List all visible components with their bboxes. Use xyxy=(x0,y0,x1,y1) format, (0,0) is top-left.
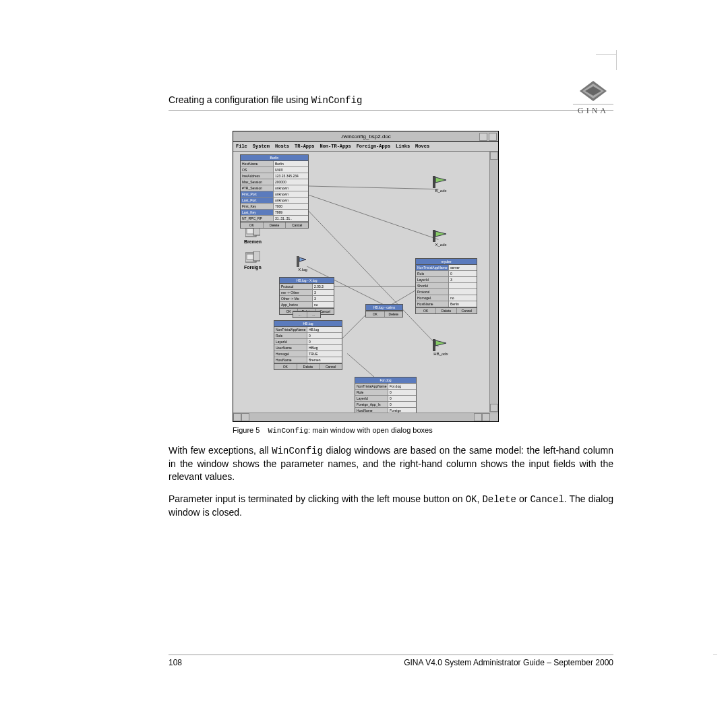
menu-file[interactable]: File xyxy=(236,144,247,149)
logo-text: GINA xyxy=(573,104,613,116)
ok-button[interactable]: OK xyxy=(274,364,297,369)
svg-line-5 xyxy=(301,193,438,240)
svg-marker-23 xyxy=(435,231,446,237)
menu-non-tr-apps[interactable]: Non-TR-Apps xyxy=(320,144,351,149)
panel-title: For.dog xyxy=(355,377,416,384)
page-footer: 108 GINA V4.0 System Administrator Guide… xyxy=(169,655,613,667)
panel-mydee[interactable]: mydee NonTrivialAppNameserver Role0 Laye… xyxy=(415,258,477,314)
footer-right: GINA V4.0 System Administrator Guide – S… xyxy=(404,658,613,667)
paragraph-1: With few exceptions, all WinConfig dialo… xyxy=(169,444,613,483)
host-label-bremen: Bremen xyxy=(244,239,262,244)
svg-marker-21 xyxy=(435,177,446,183)
svg-rect-17 xyxy=(253,251,260,261)
host-icon-foreign[interactable]: Foreign xyxy=(244,251,262,270)
menu-tr-apps[interactable]: TR-Apps xyxy=(295,144,314,149)
figure-caption: Figure 5 WinConfig: main window with ope… xyxy=(233,426,499,435)
menu-foreign-apps[interactable]: Foreign-Apps xyxy=(357,144,390,149)
panel-hblog[interactable]: HB.log NonTrivialAppNameHB.log Role0 Lay… xyxy=(274,320,342,370)
panel-title: HB.log xyxy=(274,321,342,327)
menu-system[interactable]: System xyxy=(253,144,270,149)
menubar[interactable]: File System Hosts TR-Apps Non-TR-Apps Fo… xyxy=(233,142,498,152)
panel-title: mydee xyxy=(416,259,477,265)
cancel-button[interactable]: Cancel xyxy=(320,364,342,369)
node-label: B_odx xyxy=(433,189,449,193)
page-number: 108 xyxy=(169,658,182,667)
svg-marker-19 xyxy=(299,257,306,262)
cancel-button[interactable]: Cancel xyxy=(457,308,477,313)
menu-moves[interactable]: Moves xyxy=(415,144,429,149)
panel-hblog-xlog[interactable]: HB.log - X.log Protocol2.05.3 me -> Othe… xyxy=(279,277,334,315)
cancel-button[interactable]: Cancel xyxy=(286,222,308,228)
app-label-xlog: X.log xyxy=(297,268,309,272)
winconfig-canvas[interactable]: Bremen Foreign Berlin HostNameBerlin OSU… xyxy=(233,152,498,421)
ok-button[interactable]: OK xyxy=(416,308,436,313)
header-prefix: Creating a configuration file using xyxy=(169,94,309,105)
header-code: WinConfig xyxy=(311,95,363,106)
vertical-scrollbar[interactable] xyxy=(489,152,498,412)
panel-berlin[interactable]: Berlin HostNameBerlin OSUNIX InetAddress… xyxy=(240,154,309,229)
window-title: ./winconfig_bsp2.doc xyxy=(340,133,391,140)
delete-button[interactable]: Delete xyxy=(297,364,320,369)
node-label: HB_odx xyxy=(433,352,449,356)
delete-button[interactable]: Delete xyxy=(264,222,286,228)
node-b-odx[interactable]: B_odx xyxy=(433,176,449,193)
panel-hblog-appbar[interactable]: ...... xyxy=(293,311,321,318)
paragraph-2: Parameter input is terminated by clickin… xyxy=(169,493,613,519)
menu-hosts[interactable]: Hosts xyxy=(275,144,289,149)
svg-marker-25 xyxy=(435,340,446,346)
ok-button[interactable]: OK xyxy=(366,311,385,317)
node-hb-odx[interactable]: HB_odx xyxy=(433,339,449,356)
window-titlebar: ./winconfig_bsp2.doc xyxy=(233,131,498,142)
panel-title: HB.log - X.log xyxy=(280,278,334,284)
figure-screenshot: ./winconfig_bsp2.doc File System Hosts T… xyxy=(233,131,499,435)
svg-rect-22 xyxy=(433,230,435,242)
page-header: Creating a configuration file using WinC… xyxy=(169,94,613,106)
svg-line-4 xyxy=(301,186,438,189)
ok-button[interactable]: OK xyxy=(241,222,264,228)
panel-title: Berlin xyxy=(241,155,308,161)
logo: GINA xyxy=(573,81,613,116)
svg-rect-24 xyxy=(433,339,435,351)
svg-rect-20 xyxy=(433,176,435,188)
horizontal-scrollbar[interactable] xyxy=(233,413,490,421)
menu-links[interactable]: Links xyxy=(396,144,410,149)
delete-button[interactable]: Delete xyxy=(385,311,403,317)
window-controls[interactable] xyxy=(479,133,497,141)
panel-title: HB.log - calmx xyxy=(366,305,402,311)
host-label-foreign: Foreign xyxy=(244,265,262,270)
node-label: X_odx xyxy=(433,243,449,247)
app-icon-xlog[interactable]: X.log xyxy=(297,256,309,272)
svg-rect-18 xyxy=(297,256,299,267)
host-icon-bremen[interactable]: Bremen xyxy=(244,226,262,244)
panel-hblog-calmx[interactable]: HB.log - calmx OKDelete xyxy=(365,304,403,317)
delete-button[interactable]: Delete xyxy=(436,308,456,313)
node-x-odx[interactable]: X_odx xyxy=(433,230,449,247)
